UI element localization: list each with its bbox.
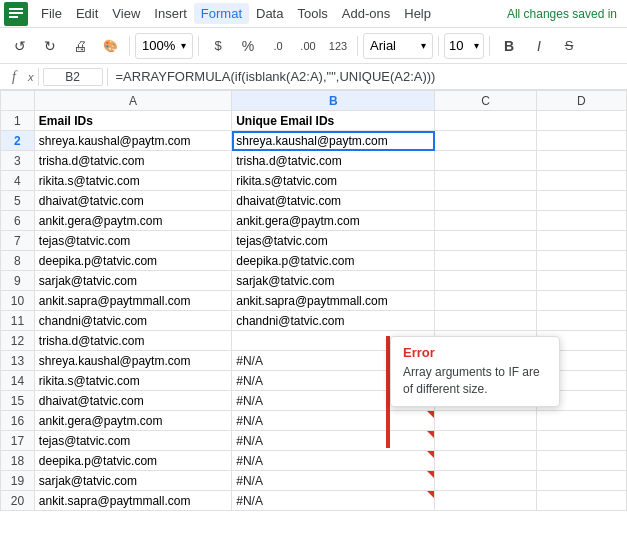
cell-b[interactable]: ankit.sapra@paytmmall.com <box>232 291 435 311</box>
menu-view[interactable]: View <box>105 3 147 24</box>
cell-b[interactable]: tejas@tatvic.com <box>232 231 435 251</box>
cell-a[interactable]: ankit.sapra@paytmmall.com <box>34 491 231 511</box>
cell-a[interactable]: sarjak@tatvic.com <box>34 471 231 491</box>
cell-c[interactable] <box>435 291 537 311</box>
cell-c[interactable] <box>435 171 537 191</box>
cell-b[interactable]: ankit.gera@paytm.com <box>232 211 435 231</box>
menu-tools[interactable]: Tools <box>290 3 334 24</box>
fontsize-selector[interactable]: 10 ▾ <box>444 33 484 59</box>
cell-c[interactable] <box>435 211 537 231</box>
print-button[interactable]: 🖨 <box>66 32 94 60</box>
currency-button[interactable]: $ <box>204 32 232 60</box>
cell-a[interactable]: deepika.p@tatvic.com <box>34 251 231 271</box>
menu-edit[interactable]: Edit <box>69 3 105 24</box>
cell-d[interactable] <box>536 451 626 471</box>
cell-d[interactable] <box>536 151 626 171</box>
cell-b[interactable]: trisha.d@tatvic.com <box>232 151 435 171</box>
cell-a[interactable]: sarjak@tatvic.com <box>34 271 231 291</box>
cell-a[interactable]: Email IDs <box>34 111 231 131</box>
cell-a[interactable]: dhaivat@tatvic.com <box>34 191 231 211</box>
undo-button[interactable]: ↺ <box>6 32 34 60</box>
cell-a[interactable]: shreya.kaushal@paytm.com <box>34 351 231 371</box>
cell-a[interactable]: rikita.s@tatvic.com <box>34 371 231 391</box>
col-header-b[interactable]: B <box>232 91 435 111</box>
cell-c[interactable] <box>435 191 537 211</box>
cell-b[interactable]: #N/A <box>232 491 435 511</box>
cell-c[interactable] <box>435 251 537 271</box>
menu-format[interactable]: Format <box>194 3 249 24</box>
cell-d[interactable] <box>536 411 626 431</box>
cell-d[interactable] <box>536 291 626 311</box>
cell-b[interactable]: #N/A <box>232 451 435 471</box>
menu-file[interactable]: File <box>34 3 69 24</box>
cell-c[interactable] <box>435 411 537 431</box>
cell-d[interactable] <box>536 131 626 151</box>
zoom-control[interactable]: 100% ▾ <box>135 33 193 59</box>
toolbar-divider-5 <box>489 36 490 56</box>
cell-a[interactable]: tejas@tatvic.com <box>34 231 231 251</box>
cell-d[interactable] <box>536 111 626 131</box>
row-header: 2 <box>1 131 35 151</box>
cell-c[interactable] <box>435 451 537 471</box>
cell-a[interactable]: ankit.gera@paytm.com <box>34 211 231 231</box>
percent-button[interactable]: % <box>234 32 262 60</box>
cell-c[interactable] <box>435 131 537 151</box>
cell-reference[interactable]: B2 <box>43 68 103 86</box>
cell-b[interactable]: Unique Email IDs <box>232 111 435 131</box>
cell-d[interactable] <box>536 491 626 511</box>
col-header-c[interactable]: C <box>435 91 537 111</box>
cell-a[interactable]: deepika.p@tatvic.com <box>34 451 231 471</box>
bold-button[interactable]: B <box>495 32 523 60</box>
cell-d[interactable] <box>536 231 626 251</box>
cell-d[interactable] <box>536 191 626 211</box>
redo-button[interactable]: ↻ <box>36 32 64 60</box>
cell-b[interactable]: #N/A <box>232 471 435 491</box>
paint-format-button[interactable]: 🎨 <box>96 32 124 60</box>
cell-a[interactable]: dhaivat@tatvic.com <box>34 391 231 411</box>
decimal-dec-button[interactable]: .0 <box>264 32 292 60</box>
cell-b[interactable]: deepika.p@tatvic.com <box>232 251 435 271</box>
col-header-d[interactable]: D <box>536 91 626 111</box>
cell-a[interactable]: ankit.gera@paytm.com <box>34 411 231 431</box>
cell-d[interactable] <box>536 471 626 491</box>
formula-input[interactable]: =ARRAYFORMULA(if(isblank(A2:A),"",UNIQUE… <box>112 68 624 85</box>
cell-c[interactable] <box>435 311 537 331</box>
number-format-button[interactable]: 123 <box>324 32 352 60</box>
strikethrough-button[interactable]: S <box>555 32 583 60</box>
cell-d[interactable] <box>536 251 626 271</box>
menu-help[interactable]: Help <box>397 3 438 24</box>
cell-d[interactable] <box>536 311 626 331</box>
decimal-inc-button[interactable]: .00 <box>294 32 322 60</box>
cell-b[interactable]: dhaivat@tatvic.com <box>232 191 435 211</box>
cell-b[interactable]: chandni@tatvic.com <box>232 311 435 331</box>
cell-a[interactable]: shreya.kaushal@paytm.com <box>34 131 231 151</box>
cell-c[interactable] <box>435 111 537 131</box>
menu-insert[interactable]: Insert <box>147 3 194 24</box>
cell-b[interactable]: shreya.kaushal@paytm.com <box>232 131 435 151</box>
cell-c[interactable] <box>435 471 537 491</box>
cell-d[interactable] <box>536 211 626 231</box>
menu-data[interactable]: Data <box>249 3 290 24</box>
cell-b[interactable]: sarjak@tatvic.com <box>232 271 435 291</box>
col-header-a[interactable]: A <box>34 91 231 111</box>
cell-a[interactable]: ankit.sapra@paytmmall.com <box>34 291 231 311</box>
menu-addons[interactable]: Add-ons <box>335 3 397 24</box>
cell-c[interactable] <box>435 431 537 451</box>
cell-c[interactable] <box>435 231 537 251</box>
cell-a[interactable]: trisha.d@tatvic.com <box>34 331 231 351</box>
cell-b[interactable]: #N/A <box>232 431 435 451</box>
cell-a[interactable]: chandni@tatvic.com <box>34 311 231 331</box>
cell-b[interactable]: rikita.s@tatvic.com <box>232 171 435 191</box>
cell-c[interactable] <box>435 271 537 291</box>
cell-a[interactable]: trisha.d@tatvic.com <box>34 151 231 171</box>
cell-c[interactable] <box>435 151 537 171</box>
cell-a[interactable]: tejas@tatvic.com <box>34 431 231 451</box>
cell-d[interactable] <box>536 171 626 191</box>
cell-d[interactable] <box>536 431 626 451</box>
cell-a[interactable]: rikita.s@tatvic.com <box>34 171 231 191</box>
cell-c[interactable] <box>435 491 537 511</box>
cell-b[interactable]: #N/A <box>232 411 435 431</box>
font-selector[interactable]: Arial ▾ <box>363 33 433 59</box>
italic-button[interactable]: I <box>525 32 553 60</box>
cell-d[interactable] <box>536 271 626 291</box>
